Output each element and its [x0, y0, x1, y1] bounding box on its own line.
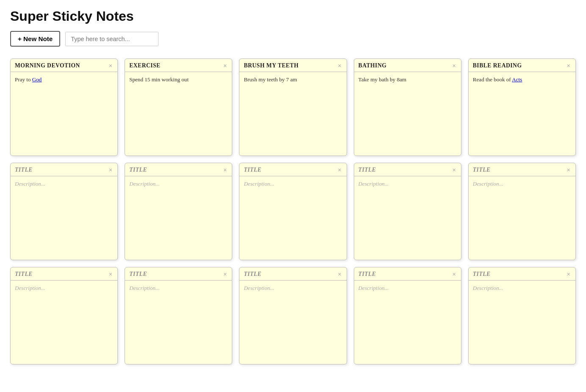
- note-description: Description...: [129, 285, 228, 292]
- note-header: Bathing×: [354, 59, 461, 72]
- note-description: Description...: [15, 181, 113, 187]
- note-header: Title×: [239, 163, 346, 176]
- note-description: Pray to God: [15, 76, 113, 83]
- note-description: Description...: [244, 285, 342, 292]
- note-card: Title×Description...: [354, 163, 461, 260]
- note-body: Description...: [11, 176, 117, 260]
- app-title: Super Sticky Notes: [10, 8, 576, 24]
- new-note-button[interactable]: + New Note: [10, 31, 60, 47]
- note-card: Bible reading×Read the book of Acts: [468, 58, 576, 156]
- note-card: Title×Description...: [468, 163, 576, 260]
- note-title: Title: [244, 167, 261, 173]
- search-input[interactable]: [65, 32, 158, 46]
- note-body: Brush my teeth by 7 am: [239, 72, 346, 156]
- note-card: Title×Description...: [125, 163, 232, 260]
- note-header: Title×: [125, 163, 232, 176]
- note-header: Exercise×: [125, 59, 232, 72]
- note-title: Title: [244, 271, 261, 278]
- notes-grid: Morning devotion×Pray to GodExercise×Spe…: [10, 58, 576, 364]
- note-title: Bible reading: [473, 62, 522, 69]
- note-body: Read the book of Acts: [469, 72, 575, 156]
- note-body: Description...: [125, 176, 232, 260]
- note-title: Morning devotion: [15, 62, 80, 69]
- note-title: Title: [129, 167, 147, 173]
- note-title: Brush my teeth: [244, 62, 298, 69]
- note-body: Description...: [354, 281, 461, 364]
- note-card: Title×Description...: [10, 163, 118, 260]
- note-card: Brush my teeth×Brush my teeth by 7 am: [239, 58, 347, 156]
- close-note-button[interactable]: ×: [566, 271, 571, 277]
- note-card: Title×Description...: [125, 267, 232, 364]
- note-description: Description...: [15, 285, 113, 292]
- note-description: Description...: [358, 285, 457, 292]
- note-description: Description...: [358, 181, 457, 187]
- note-header: Bible reading×: [469, 59, 575, 72]
- close-note-button[interactable]: ×: [566, 63, 571, 69]
- close-note-button[interactable]: ×: [337, 63, 342, 69]
- note-card: Title×Description...: [468, 267, 576, 364]
- note-body: Take my bath by 8am: [354, 72, 461, 156]
- note-title: Title: [15, 167, 33, 173]
- note-title: Title: [15, 271, 33, 278]
- note-header: Title×: [469, 163, 575, 176]
- close-note-button[interactable]: ×: [337, 271, 342, 277]
- note-header: Brush my teeth×: [239, 59, 346, 72]
- note-body: Description...: [239, 176, 346, 260]
- close-note-button[interactable]: ×: [566, 167, 571, 173]
- note-body: Spend 15 min working out: [125, 72, 232, 156]
- note-title: Bathing: [358, 62, 387, 69]
- close-note-button[interactable]: ×: [108, 167, 113, 173]
- note-title: Title: [358, 271, 376, 278]
- note-body: Description...: [125, 281, 232, 364]
- note-title: Title: [129, 271, 147, 278]
- note-header: Title×: [354, 163, 461, 176]
- note-description: Brush my teeth by 7 am: [244, 76, 342, 83]
- note-description: Description...: [129, 181, 228, 187]
- note-card: Title×Description...: [354, 267, 461, 364]
- note-body: Description...: [354, 176, 461, 260]
- note-description: Spend 15 min working out: [129, 76, 228, 83]
- note-description: Description...: [473, 181, 571, 187]
- note-description: Description...: [244, 181, 342, 187]
- note-header: Title×: [125, 267, 232, 281]
- close-note-button[interactable]: ×: [108, 63, 113, 69]
- close-note-button[interactable]: ×: [108, 271, 113, 277]
- note-header: Morning devotion×: [11, 59, 117, 72]
- note-header: Title×: [354, 267, 461, 281]
- note-card: Title×Description...: [239, 163, 347, 260]
- note-title: Title: [473, 271, 491, 278]
- note-card: Bathing×Take my bath by 8am: [354, 58, 461, 156]
- note-header: Title×: [469, 267, 575, 281]
- note-title: Title: [473, 167, 491, 173]
- note-body: Description...: [11, 281, 117, 364]
- note-header: Title×: [239, 267, 346, 281]
- note-card: Morning devotion×Pray to God: [10, 58, 118, 156]
- note-card: Title×Description...: [10, 267, 118, 364]
- close-note-button[interactable]: ×: [451, 167, 456, 173]
- note-body: Description...: [469, 281, 575, 364]
- note-title: Exercise: [129, 62, 161, 69]
- close-note-button[interactable]: ×: [222, 63, 228, 69]
- note-description: Description...: [473, 285, 571, 292]
- note-card: Exercise×Spend 15 min working out: [125, 58, 232, 156]
- toolbar: + New Note: [10, 31, 576, 47]
- note-description: Read the book of Acts: [473, 76, 571, 83]
- close-note-button[interactable]: ×: [451, 63, 456, 69]
- note-body: Pray to God: [11, 72, 117, 156]
- note-header: Title×: [11, 267, 117, 281]
- note-header: Title×: [11, 163, 117, 176]
- note-description: Take my bath by 8am: [358, 76, 457, 83]
- note-body: Description...: [469, 176, 575, 260]
- close-note-button[interactable]: ×: [337, 167, 342, 173]
- note-body: Description...: [239, 281, 346, 364]
- note-card: Title×Description...: [239, 267, 347, 364]
- close-note-button[interactable]: ×: [222, 167, 228, 173]
- close-note-button[interactable]: ×: [451, 271, 456, 277]
- note-title: Title: [358, 167, 376, 173]
- close-note-button[interactable]: ×: [222, 271, 228, 277]
